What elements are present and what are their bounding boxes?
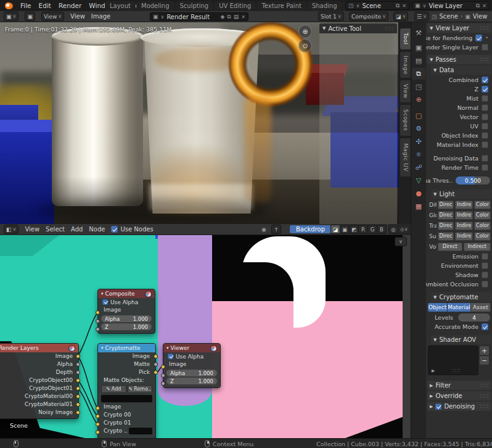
overlays-icon[interactable]: ◎ — [388, 225, 398, 234]
crypto-object-button[interactable]: Object — [428, 303, 448, 312]
diffuse-color-button[interactable]: Color — [474, 201, 491, 209]
editor-type-button[interactable]: ▣∨ — [4, 12, 18, 21]
close-icon[interactable]: ✕ — [402, 3, 406, 9]
pass-normal-checkbox[interactable] — [482, 104, 488, 111]
alpha-field[interactable]: Alpha1.000 — [101, 315, 152, 322]
light-emission-checkbox[interactable] — [482, 253, 488, 260]
tab-physics-icon[interactable]: ⚛ — [412, 149, 425, 160]
render-single-layer-checkbox[interactable] — [482, 44, 488, 51]
toolbar-expand-icon[interactable]: ▸ — [1, 27, 4, 33]
breadcrumb-view-layer[interactable]: View L — [473, 13, 488, 20]
menu-file[interactable]: File — [20, 2, 31, 9]
filter-button[interactable]: ☰∨ — [414, 12, 429, 21]
view-layer-selector[interactable]: ▣∨ View Layer ⧉ ✕ — [412, 1, 490, 10]
volume-direct-button[interactable]: Direct — [438, 243, 462, 251]
panel-grip[interactable]: :::: — [480, 383, 489, 388]
tab-modifiers-icon[interactable]: ⚙ — [412, 123, 425, 135]
transmission-color-button[interactable]: Color — [474, 222, 491, 230]
aov-list-box[interactable]: ▶ :::: — [428, 346, 478, 375]
expand-icon[interactable]: ▶ — [432, 368, 435, 373]
color-icon[interactable]: ▣ — [340, 225, 350, 234]
tab-tool[interactable]: Tool — [400, 28, 411, 49]
panel-light[interactable]: ▼ Light — [431, 189, 491, 199]
glossy-color-button[interactable]: Color — [474, 211, 491, 220]
pass-render-time-checkbox[interactable] — [482, 164, 488, 171]
node-viewer[interactable]: ▾Viewer Use Alpha Image Alpha1.000 Z1.00… — [163, 343, 221, 388]
use-alpha-checkbox[interactable] — [102, 299, 108, 305]
use-nodes-toggle[interactable]: Use Nodes — [111, 226, 153, 233]
pass-combined-checkbox[interactable] — [482, 77, 488, 83]
subsurface-indirect-button[interactable]: Indire — [455, 232, 473, 241]
tab-texture-icon[interactable]: ▦ — [412, 201, 425, 212]
backdrop-button[interactable]: Backdrop — [290, 225, 331, 233]
socket-rl-cryptoobject00[interactable] — [76, 378, 80, 383]
socket-crypto-02[interactable] — [96, 430, 100, 434]
folder-icon[interactable]: ▤ — [234, 14, 239, 20]
channel-r-button[interactable]: R — [358, 225, 368, 234]
node-composite[interactable]: ▾Composite Use Alpha Image Alpha1.000 Z1… — [97, 289, 155, 334]
volume-indirect-button[interactable]: Indirect — [464, 243, 491, 251]
glossy-indirect-button[interactable]: Indire — [455, 211, 473, 220]
parent-node-icon[interactable]: ↑ — [271, 225, 281, 234]
crypto-value-field[interactable] — [129, 428, 152, 434]
socket-rl-noisy-image[interactable] — [76, 410, 80, 415]
tab-object-icon[interactable]: ▢ — [412, 110, 425, 122]
tab-constraints-icon[interactable]: ☍ — [412, 162, 425, 173]
slot-dropdown[interactable]: Slot 1∨ — [318, 12, 344, 21]
tab-image[interactable]: Image — [400, 52, 411, 78]
copy-icon[interactable]: ⧉ — [476, 2, 480, 9]
use-for-rendering-checkbox[interactable] — [475, 35, 482, 41]
pass-dropdown[interactable]: Composite∨ — [349, 12, 388, 21]
panel-grip[interactable]: :::: — [480, 57, 489, 62]
light-environment-checkbox[interactable] — [482, 262, 488, 269]
subsurface-color-button[interactable]: Color — [474, 232, 491, 241]
scene-selector[interactable]: ◳∨ Scene ⧉ ✕ — [345, 1, 409, 10]
tab-output-icon[interactable]: ▤ — [412, 55, 425, 67]
panel-shader-aov[interactable]: ▼ Shader AOV — [431, 335, 491, 344]
alpha-icon[interactable]: ◩ — [349, 225, 359, 234]
close-icon[interactable]: ✕ — [241, 14, 245, 20]
channel-b-button[interactable]: B — [377, 225, 387, 234]
alpha-field[interactable]: Alpha1.000 — [166, 370, 217, 376]
use-nodes-checkbox[interactable] — [111, 226, 118, 233]
crypto-material-button[interactable]: Material — [448, 303, 471, 312]
copy-icon[interactable]: ⧉ — [227, 14, 231, 20]
remove-matte-button[interactable]: ✎Remo.. — [128, 385, 153, 393]
panel-filter[interactable]: ▶ Filter :::: — [427, 381, 491, 390]
socket-viewer-z[interactable] — [161, 381, 165, 386]
tab-scopes[interactable]: Scopes — [400, 105, 411, 136]
mode-dropdown[interactable]: View∨ — [41, 12, 64, 21]
workspace-tab-texture-paint[interactable]: Texture Paint — [256, 1, 306, 11]
channel-g-button[interactable]: G — [367, 225, 377, 234]
animate-dot[interactable]: • — [485, 35, 488, 41]
denoising-checkbox[interactable] — [435, 404, 441, 410]
color-alpha-icon[interactable]: ◪ — [330, 225, 340, 234]
socket-rl-alpha[interactable] — [76, 362, 80, 367]
panel-grip[interactable]: :::: — [480, 25, 489, 31]
diffuse-direct-button[interactable]: Direc — [438, 201, 454, 209]
menu-node[interactable]: Node — [89, 226, 105, 233]
panel-grip[interactable]: :::: — [480, 404, 489, 409]
pass-object-index-checkbox[interactable] — [482, 132, 488, 139]
panel-passes[interactable]: ▼ Passes :::: — [427, 55, 491, 64]
node-cryptomatte[interactable]: ▾Cryptomatte Image Matte Pick Matte Obje… — [97, 343, 156, 438]
socket-crypto-00[interactable] — [96, 414, 100, 418]
alpha-threshold-slider[interactable]: 0.500 — [456, 176, 490, 185]
blender-logo-icon[interactable] — [5, 2, 13, 9]
image-pin-button[interactable]: ▣ — [25, 12, 35, 21]
matte-id-field[interactable] — [101, 395, 152, 402]
panel-data[interactable]: ▼ Data — [431, 65, 491, 75]
pan-gizmo[interactable]: ⊙ — [298, 39, 312, 52]
panel-grip[interactable]: :::: — [480, 393, 489, 399]
socket-crypto-pick[interactable] — [154, 370, 158, 375]
socket-crypto-matte[interactable] — [154, 362, 158, 367]
panel-cryptomatte[interactable]: ▼ Cryptomatte — [431, 292, 491, 302]
menu-render[interactable]: Render — [59, 2, 81, 9]
breadcrumb-scene[interactable]: Scene — [439, 13, 458, 20]
sidebar-toggle[interactable]: ∨ — [395, 237, 407, 246]
socket-rl-cryptoobject01[interactable] — [76, 386, 80, 391]
workspace-tab-modeling[interactable]: Modeling — [136, 1, 174, 11]
light-ao-checkbox[interactable] — [482, 281, 488, 288]
menu-image[interactable]: Image — [91, 13, 110, 20]
diffuse-indirect-button[interactable]: Indire — [455, 201, 473, 209]
